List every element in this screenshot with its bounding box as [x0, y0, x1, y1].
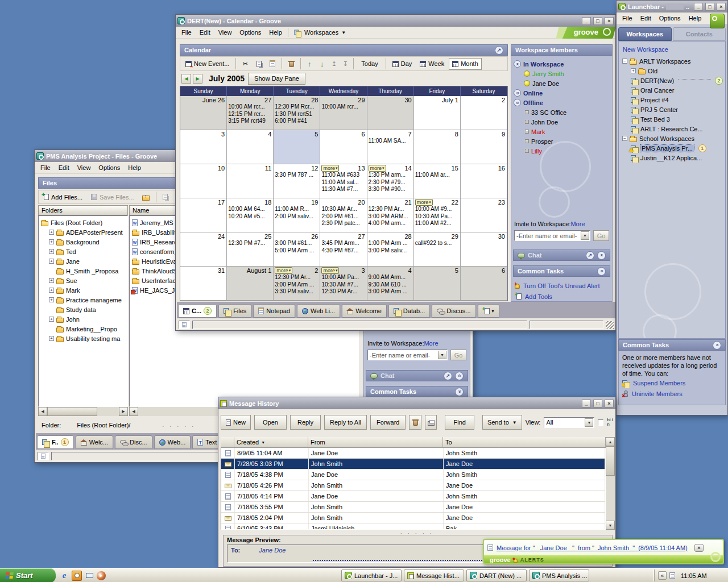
menu-edit[interactable]: Edit [196, 28, 214, 37]
new-event-button[interactable]: New Event... [182, 58, 233, 70]
calendar-event[interactable]: 1:30 PM rcrt51 [274, 111, 320, 118]
calendar-day-cell[interactable]: more▾1311:00 AM #63311:00 AM sal...11:30… [320, 164, 367, 198]
calendar-event[interactable]: 11:00 AM #633 [320, 172, 366, 179]
workspace-tree-item[interactable]: Justin__K12 Applica... [619, 153, 725, 163]
offline-section-header[interactable]: Offline [511, 98, 612, 107]
chevron-down-icon[interactable] [713, 341, 721, 350]
message-vscrollbar[interactable]: ▲ ▼ [606, 437, 615, 530]
forward-button[interactable]: Forward [370, 415, 406, 430]
expand-icon[interactable]: + [49, 249, 54, 254]
calendar-event[interactable]: 3:30 PM #90... [367, 186, 413, 193]
calendar-day-cell[interactable]: 9 [461, 130, 507, 164]
tool-tab-web[interactable]: Web... [154, 435, 191, 449]
calendar-event[interactable]: 10:30 AM #7... [320, 281, 366, 289]
scroll-track[interactable] [606, 476, 615, 521]
calendar-day-cell[interactable]: 1810:00 AM 64...10:20 AM #5... [227, 198, 274, 232]
message-row[interactable]: 7/28/05 3:03 PMJohn SmithJane Doe [221, 459, 605, 469]
invite-go-button[interactable]: Go [593, 230, 609, 241]
calendar-event[interactable]: 11:00 AM sal... [320, 179, 366, 186]
tray-chevron-button[interactable]: « [658, 571, 667, 580]
more-events-button[interactable]: more▾ [321, 165, 339, 172]
launchbar-titlebar[interactable]: Launchbar - .. _ □ × [617, 1, 727, 13]
calendar-event[interactable]: 4:00 PM arm... [367, 220, 413, 227]
close-icon[interactable]: × [694, 544, 704, 552]
invite-go-button[interactable]: Go [450, 350, 466, 360]
folders-hscrollbar[interactable]: ◀ ▶ [38, 407, 128, 416]
tray-notification-icon[interactable] [669, 572, 675, 579]
calendar-day-cell[interactable]: more▾212:30 PM Ar...3:00 PM Arm ...3:30 … [274, 267, 320, 301]
calendar-day-cell[interactable]: 30 [367, 96, 414, 130]
folder-tree-item[interactable]: Study data [40, 305, 126, 314]
calendar-day-cell[interactable]: 6 [461, 267, 507, 301]
tool-tab-f[interactable]: F..1 [37, 435, 74, 449]
find-button[interactable]: Find [445, 415, 474, 430]
calendar-event[interactable]: 10:00 AM #9... [414, 206, 460, 213]
folder-tree-item[interactable]: H_Smith _Proposa [40, 266, 126, 276]
chevron-down-icon[interactable] [597, 267, 606, 276]
new-workspace-link[interactable]: New Workspace [619, 41, 725, 56]
member-row[interactable]: 33 SC Office [511, 107, 612, 117]
calendar-day-cell[interactable]: 16 [461, 164, 507, 198]
calendar-event[interactable]: 9:00 AM Arm... [367, 274, 413, 281]
popout-icon[interactable] [444, 372, 452, 380]
message-row[interactable]: 7/18/05 4:38 PMJane DoeJohn Smith [221, 469, 605, 480]
more-events-button[interactable]: more▾ [369, 165, 386, 172]
tool-tab-discus[interactable]: Discus... [432, 304, 475, 318]
paste-button[interactable] [266, 58, 279, 70]
open-button[interactable]: Open [254, 415, 287, 430]
calendar-event[interactable]: 3:30 PM saliv... [274, 288, 320, 296]
maximize-button[interactable]: □ [593, 400, 602, 408]
calendar-event[interactable]: 4:30 PM #87... [320, 247, 366, 255]
calendar-day-cell[interactable]: 3 [180, 130, 227, 164]
common-task-link[interactable]: Suspend Members [622, 377, 722, 388]
tool-tab-datab[interactable]: Datab... [388, 304, 431, 318]
workspace-tree-item[interactable]: PRJ 5 Center [619, 105, 725, 114]
calendar-event[interactable]: 10:00 AM rcr... [227, 103, 273, 111]
calendar-day-cell[interactable]: 123:30 PM 787 ... [274, 164, 320, 198]
calendar-day-cell[interactable]: 10 [180, 164, 227, 198]
calendar-event[interactable]: 3:15 PM rcrt49 [227, 118, 273, 125]
calendar-day-cell[interactable]: 31 [180, 267, 227, 301]
expand-icon[interactable]: + [49, 288, 54, 293]
calendar-day-cell[interactable]: 8 [414, 130, 461, 164]
collapse-icon[interactable] [514, 99, 521, 106]
scroll-track[interactable] [47, 407, 119, 416]
calendar-day-cell[interactable]: 2010:30 AM Ar...2:00 PM #61...2:30 PM pa… [320, 198, 367, 232]
from-column-header[interactable]: From [308, 437, 443, 448]
tab-contacts[interactable]: Contacts [673, 27, 726, 41]
workspace-tree-item[interactable]: ARLT : Research Ce... [619, 124, 725, 134]
week-view-button[interactable]: Week [416, 58, 448, 70]
view-select[interactable]: All ▼ [544, 417, 594, 428]
folder-tree-item[interactable]: +Sue [40, 276, 126, 285]
move-up-button[interactable]: ↑ [304, 58, 315, 70]
calendar-event[interactable]: 12:30 PM Ar... [274, 274, 320, 281]
calendar-day-cell[interactable]: 281:00 PM Arm ...3:00 PM saliv... [367, 232, 414, 267]
calendar-event[interactable]: 2:00 PM #61... [320, 213, 366, 221]
calendar-event[interactable]: call#922 to s... [414, 240, 460, 247]
expand-icon[interactable]: + [49, 297, 54, 302]
calendar-event[interactable]: 10:20 AM #5... [227, 213, 273, 221]
menu-view[interactable]: View [73, 163, 95, 172]
scroll-up-icon[interactable]: ▲ [606, 437, 615, 446]
close-button[interactable]: × [605, 400, 614, 408]
scroll-left-icon[interactable]: ◀ [129, 407, 138, 416]
folder-tree-item[interactable]: +Jane [40, 256, 126, 266]
calendar-day-cell[interactable]: more▾310:00 AM Pa...10:30 AM #7...12:30 … [320, 267, 367, 301]
media-icon[interactable]: ▶ [97, 571, 106, 580]
calendar-day-cell[interactable]: August 1 [227, 267, 274, 301]
tool-tab-welc[interactable]: Welc... [76, 435, 113, 449]
tool-tab-welcome[interactable]: Welcome [342, 304, 387, 318]
close-button[interactable]: × [717, 3, 726, 11]
calendar-window-titlebar[interactable]: DERT(New) - Calendar - Groove _ □ × [176, 15, 615, 27]
minimize-button[interactable]: _ [582, 17, 591, 25]
workspace-tree-item[interactable]: Oral Cancer [619, 85, 725, 95]
member-row[interactable]: Mark [511, 127, 612, 136]
calendar-day-cell[interactable]: June 26 [180, 96, 227, 130]
chevron-down-icon[interactable]: ▼ [438, 351, 446, 359]
promote-button[interactable]: ↥ [329, 58, 339, 70]
mailapp-icon[interactable] [84, 571, 94, 581]
to-column-header[interactable]: To [443, 437, 606, 448]
calendar-event[interactable]: 3:30 PM 787 ... [274, 172, 320, 179]
calendar-day-cell[interactable]: 29call#922 to s... [414, 232, 461, 267]
common-tasks-header[interactable]: Common Tasks [366, 386, 468, 397]
